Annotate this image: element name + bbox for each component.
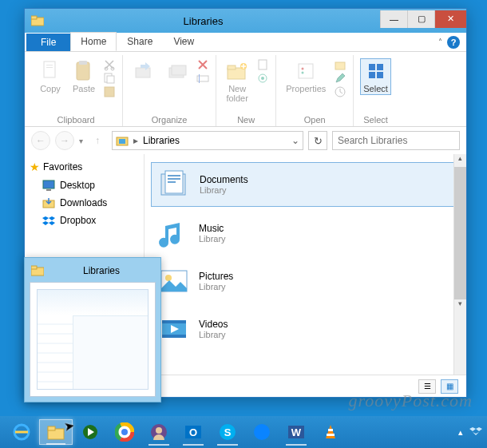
- videos-sub: Library: [199, 330, 228, 339]
- new-folder-label: New folder: [226, 84, 248, 103]
- tab-share[interactable]: Share: [117, 32, 163, 51]
- search-input[interactable]: [332, 131, 460, 150]
- library-videos-text: Videos Library: [199, 319, 228, 339]
- svg-point-22: [261, 77, 264, 80]
- new-folder-button[interactable]: New folder: [223, 58, 251, 105]
- documents-sub: Library: [200, 185, 248, 195]
- delete-icon[interactable]: [196, 58, 209, 71]
- clipboard-mini-buttons: [103, 58, 116, 98]
- svg-text:W: W: [291, 426, 302, 438]
- taskbar-chrome[interactable]: [108, 419, 141, 445]
- titlebar[interactable]: Libraries — ▢ ✕: [25, 9, 466, 33]
- thumbnail-preview[interactable]: [30, 282, 156, 397]
- breadcrumb-chevron-icon[interactable]: ▸: [133, 135, 138, 146]
- cut-icon[interactable]: [103, 58, 116, 71]
- pictures-icon: [157, 264, 191, 298]
- new-item-icon[interactable]: [256, 58, 269, 71]
- library-music[interactable]: Music Library: [151, 212, 460, 255]
- vertical-scrollbar[interactable]: ▴ ▾: [453, 154, 466, 375]
- tab-home[interactable]: Home: [70, 32, 117, 51]
- taskbar-ie[interactable]: [5, 419, 38, 445]
- svg-text:O: O: [189, 426, 197, 438]
- system-tray[interactable]: ▴: [458, 426, 482, 438]
- svg-rect-11: [105, 87, 114, 97]
- address-box[interactable]: ▸ Libraries ⌄: [112, 131, 303, 150]
- taskbar-outlook[interactable]: O: [176, 419, 210, 445]
- file-tab[interactable]: File: [26, 34, 70, 51]
- videos-name: Videos: [199, 319, 228, 330]
- up-button[interactable]: ↑: [88, 131, 107, 150]
- details-view-button[interactable]: ☰: [418, 379, 436, 394]
- scrollbar-handle[interactable]: [454, 167, 466, 299]
- music-icon: [157, 216, 191, 250]
- svg-rect-28: [369, 64, 375, 70]
- star-icon: ★: [30, 161, 40, 173]
- select-icon: [365, 60, 387, 82]
- taskbar-skype[interactable]: S: [211, 419, 244, 445]
- rename-icon[interactable]: [196, 72, 209, 85]
- sidebar-item-downloads[interactable]: Downloads: [30, 194, 139, 212]
- properties-button[interactable]: Properties: [283, 58, 329, 95]
- maximize-button[interactable]: ▢: [407, 10, 434, 28]
- svg-rect-20: [259, 60, 267, 69]
- paste-button[interactable]: Paste: [69, 58, 98, 95]
- recent-locations-icon[interactable]: ▾: [79, 137, 83, 145]
- collapse-ribbon-icon[interactable]: ˄: [438, 38, 442, 46]
- taskbar-thumbnail[interactable]: Libraries: [24, 257, 161, 402]
- svg-rect-5: [77, 62, 89, 80]
- copy-to-icon: [166, 60, 188, 82]
- refresh-button[interactable]: ↻: [308, 131, 327, 150]
- address-path: Libraries: [143, 135, 180, 146]
- select-button[interactable]: Select: [360, 58, 391, 95]
- svg-rect-2: [44, 61, 55, 77]
- easy-access-icon[interactable]: [256, 72, 269, 85]
- dropbox-icon: [42, 214, 55, 227]
- svg-rect-29: [377, 64, 383, 70]
- paste-label: Paste: [73, 84, 95, 93]
- forward-button[interactable]: →: [55, 131, 74, 150]
- library-documents[interactable]: Documents Library: [151, 162, 460, 207]
- properties-icon: [295, 60, 317, 82]
- taskbar-firefox[interactable]: [245, 419, 279, 445]
- scroll-down-icon[interactable]: ▾: [454, 299, 466, 312]
- taskbar-avatar[interactable]: [142, 419, 176, 445]
- new-folder-icon: [226, 60, 248, 82]
- library-pictures[interactable]: Pictures Library: [151, 260, 460, 303]
- window-controls: — ▢ ✕: [380, 14, 466, 28]
- address-dropdown-icon[interactable]: ⌄: [291, 135, 299, 146]
- taskbar-word[interactable]: W: [279, 419, 313, 445]
- edit-icon[interactable]: [334, 72, 346, 85]
- copy-button[interactable]: Copy: [36, 58, 65, 95]
- tray-chevron-icon[interactable]: ▴: [458, 427, 463, 438]
- close-button[interactable]: ✕: [434, 10, 466, 28]
- tray-dropbox-icon[interactable]: [469, 426, 482, 438]
- library-videos[interactable]: Videos Library: [151, 307, 460, 351]
- help-icon[interactable]: ?: [447, 36, 460, 49]
- pictures-name: Pictures: [199, 271, 233, 282]
- paste-shortcut-icon[interactable]: [103, 85, 116, 98]
- minimize-button[interactable]: —: [380, 10, 407, 28]
- taskbar-player[interactable]: [73, 419, 107, 445]
- desktop-label: Desktop: [60, 180, 95, 191]
- svg-point-43: [165, 275, 172, 281]
- items-view[interactable]: Documents Library Music Library Pictures…: [145, 154, 466, 375]
- favorites-header[interactable]: ★ Favorites: [30, 161, 139, 173]
- move-to-button[interactable]: [129, 58, 158, 84]
- tab-view[interactable]: View: [163, 32, 204, 51]
- sidebar-item-desktop[interactable]: Desktop: [30, 176, 139, 194]
- svg-point-59: [156, 427, 162, 434]
- tiles-view-button[interactable]: ▦: [441, 379, 458, 394]
- taskbar-explorer[interactable]: [39, 419, 73, 445]
- copy-to-button[interactable]: [163, 58, 192, 84]
- history-icon[interactable]: [334, 85, 346, 98]
- open-icon[interactable]: [334, 58, 346, 71]
- address-bar: ← → ▾ ↑ ▸ Libraries ⌄ ↻: [25, 127, 466, 154]
- ribbon: Copy Paste Clipboard: [25, 52, 466, 127]
- svg-rect-18: [228, 65, 236, 69]
- copy-path-icon[interactable]: [103, 72, 116, 85]
- svg-rect-51: [48, 426, 55, 430]
- back-button[interactable]: ←: [31, 131, 50, 150]
- taskbar-vlc[interactable]: [314, 419, 347, 445]
- scroll-up-icon[interactable]: ▴: [454, 154, 466, 167]
- sidebar-item-dropbox[interactable]: Dropbox: [30, 212, 139, 229]
